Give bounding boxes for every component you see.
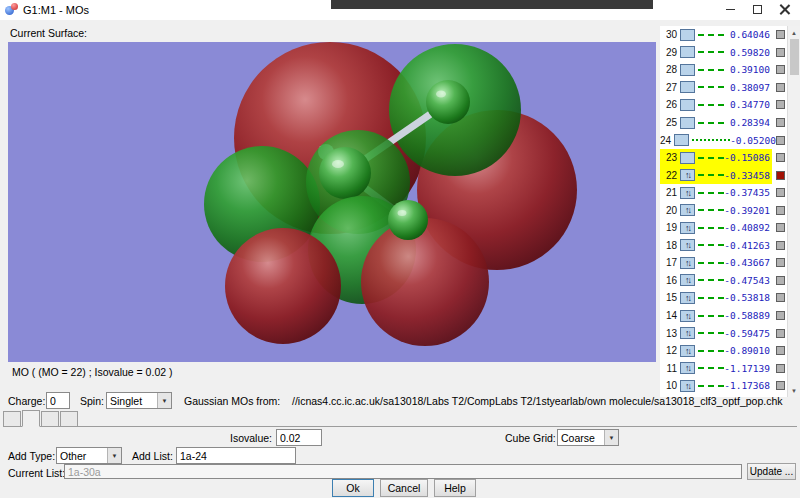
mo-row[interactable]: 15 -0.53818: [660, 289, 787, 307]
mo-row-main: 17 -0.43667: [660, 254, 772, 272]
mo-row[interactable]: 18 -0.41263: [660, 237, 787, 255]
spin-select[interactable]: Singlet ▼: [106, 392, 172, 409]
mo-visibility-checkbox[interactable]: [776, 293, 785, 302]
mo-occupancy-icon: [680, 152, 695, 164]
mo-visibility-checkbox[interactable]: [776, 346, 785, 355]
mo-row[interactable]: 10 -1.17368: [660, 377, 787, 395]
current-list-input: [64, 464, 742, 479]
mo-row[interactable]: 27 0.38097: [660, 79, 787, 97]
mo-list-scrollbar[interactable]: ▲ ▼: [787, 26, 800, 397]
mo-number: 27: [660, 82, 677, 93]
mo-energy-level-line-icon: [698, 315, 724, 317]
minimize-button[interactable]: [717, 0, 744, 18]
mo-energy-level-line-icon: [698, 209, 724, 211]
maximize-button[interactable]: [744, 0, 771, 18]
mo-number: 20: [660, 205, 677, 216]
mo-row[interactable]: 29 0.59820: [660, 44, 787, 62]
add-list-input[interactable]: [176, 447, 296, 464]
mo-visibility-checkbox[interactable]: [776, 65, 785, 74]
scroll-down-icon[interactable]: ▼: [788, 384, 800, 397]
mo-row[interactable]: 30 0.64046: [660, 26, 787, 44]
mo-energy-level-line-icon: [698, 104, 724, 106]
mo-visibility-checkbox[interactable]: [776, 118, 785, 127]
mo-visibility-checkbox[interactable]: [776, 30, 785, 39]
close-icon: [780, 4, 790, 14]
mo-number: 21: [660, 187, 677, 198]
mo-row[interactable]: 21 -0.37435: [660, 184, 787, 202]
mo-row[interactable]: 22 -0.33458: [660, 166, 787, 184]
mo-row[interactable]: 25 0.28394: [660, 114, 787, 132]
mo-visibility-checkbox[interactable]: [776, 364, 785, 373]
mo-energy-value: 0.28394: [724, 117, 772, 128]
mo-visibility-checkbox[interactable]: [776, 188, 785, 197]
mo-row[interactable]: 26 0.34770: [660, 96, 787, 114]
isovalue-input[interactable]: [276, 429, 322, 446]
scrollbar-thumb[interactable]: [790, 39, 799, 75]
mo-visibility-checkbox[interactable]: [776, 153, 785, 162]
mo-visibility-checkbox[interactable]: [776, 171, 785, 180]
mo-number: 19: [660, 222, 677, 233]
molecular-orbital-render: [8, 42, 656, 362]
tab[interactable]: [60, 411, 78, 426]
mo-row[interactable]: 24 -0.05200: [660, 131, 787, 149]
mo-row[interactable]: 20 -0.39201: [660, 201, 787, 219]
mo-row[interactable]: 28 0.39100: [660, 61, 787, 79]
mo-energy-level-line-icon: [698, 34, 724, 36]
mo-energy-value: -0.43667: [724, 257, 772, 268]
tab[interactable]: [22, 410, 40, 427]
mo-visibility-checkbox[interactable]: [776, 206, 785, 215]
update-button[interactable]: Update ...: [747, 463, 796, 480]
cancel-button[interactable]: Cancel: [380, 479, 428, 497]
mo-row[interactable]: 23 -0.15086: [660, 149, 787, 167]
mo-row-main: 30 0.64046: [660, 26, 772, 44]
mo-occupancy-icon: [680, 239, 695, 251]
mo-row-main: 26 0.34770: [660, 96, 772, 114]
mo-energy-value: -0.15086: [724, 152, 772, 163]
scroll-up-icon[interactable]: ▲: [788, 26, 800, 39]
close-button[interactable]: [771, 0, 798, 18]
mo-visibility-checkbox[interactable]: [776, 311, 785, 320]
app-icon: [5, 3, 19, 17]
mo-visibility-checkbox[interactable]: [776, 276, 785, 285]
tab[interactable]: [41, 411, 59, 426]
mo-energy-level-line-icon: [698, 350, 724, 352]
mo-row[interactable]: 16 -0.47543: [660, 272, 787, 290]
mo-row[interactable]: 12 -0.89010: [660, 342, 787, 360]
mo-visibility-checkbox[interactable]: [776, 83, 785, 92]
mo-visibility-checkbox[interactable]: [776, 241, 785, 250]
mo-row[interactable]: 13 -0.59475: [660, 324, 787, 342]
mo-energy-value: -0.33458: [724, 170, 772, 181]
mo-number: 29: [660, 47, 677, 58]
chevron-down-icon: ▼: [604, 430, 618, 445]
help-button[interactable]: Help: [434, 479, 476, 497]
mo-occupancy-icon: [680, 81, 695, 93]
cube-grid-select[interactable]: Coarse ▼: [557, 429, 619, 446]
molecule-viewport[interactable]: [8, 42, 656, 362]
mo-occupancy-icon: [680, 310, 695, 322]
mo-occupancy-icon: [680, 29, 695, 41]
mo-row[interactable]: 14 -0.58889: [660, 307, 787, 325]
isovalue-label: Isovalue:: [230, 432, 272, 444]
mo-row[interactable]: 11 -1.17139: [660, 359, 787, 377]
mo-visibility-checkbox[interactable]: [776, 381, 785, 390]
mo-visibility-checkbox[interactable]: [776, 48, 785, 57]
mo-energy-value: -0.58889: [724, 310, 772, 321]
mo-visibility-checkbox[interactable]: [776, 258, 785, 267]
mo-visibility-checkbox[interactable]: [776, 223, 785, 232]
add-type-select[interactable]: Other ▼: [56, 447, 122, 464]
tab[interactable]: [3, 411, 21, 426]
maximize-icon: [753, 5, 762, 14]
mo-energy-value: -0.39201: [724, 205, 772, 216]
mo-energy-level-line-icon: [698, 332, 724, 334]
mo-energy-value: -0.53818: [724, 292, 772, 303]
mo-row[interactable]: 19 -0.40892: [660, 219, 787, 237]
mo-number: 24: [660, 135, 671, 146]
mo-visibility-checkbox[interactable]: [776, 136, 785, 145]
charge-input[interactable]: [46, 392, 70, 409]
mo-number: 12: [660, 345, 677, 356]
mo-visibility-checkbox[interactable]: [776, 329, 785, 338]
mo-number: 14: [660, 310, 677, 321]
mo-row[interactable]: 17 -0.43667: [660, 254, 787, 272]
mo-visibility-checkbox[interactable]: [776, 100, 785, 109]
ok-button[interactable]: Ok: [332, 479, 374, 497]
